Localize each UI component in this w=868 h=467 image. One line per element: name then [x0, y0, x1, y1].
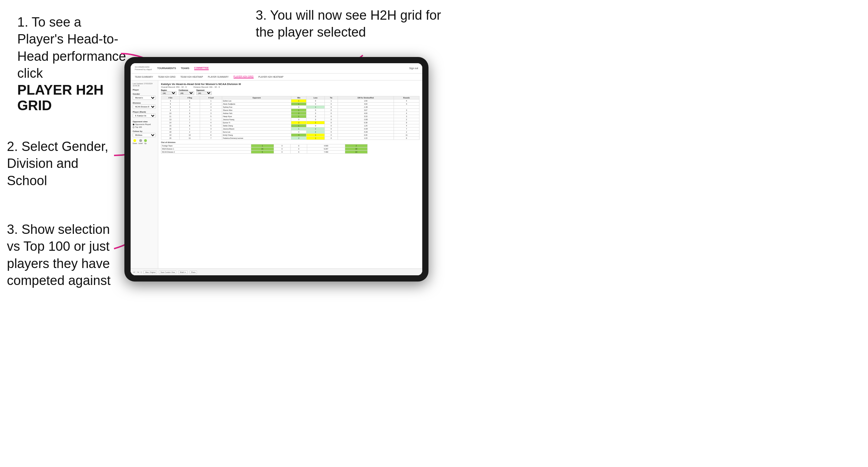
content-subtitle: Overall Record: 353 - 34 - 6 Division Re…	[161, 86, 419, 88]
toolbar-separator: |	[141, 271, 141, 273]
sidebar-timestamp: Last Updated: 27/03/2024 16:55:38	[133, 83, 156, 87]
filter-conference-select[interactable]: (All)	[179, 91, 194, 95]
bottom-toolbar: ↩ ↪ | View: Original Save Custom View Wa…	[131, 268, 422, 275]
radio-dot-1	[133, 124, 134, 125]
colour-legend: Down Level Up	[133, 139, 156, 144]
ood-table-row: NCAA Division 25007.40010	[161, 151, 368, 154]
sidebar-gender-section: Gender Women's	[133, 93, 156, 100]
sidebar: Last Updated: 27/03/2024 16:55:38 Player…	[131, 80, 158, 275]
sidebar-opponent-view-label: Opponent view	[133, 121, 156, 123]
toolbar-save-custom-btn[interactable]: Save Custom View	[159, 270, 176, 274]
sidebar-player-rank-section: Player (Rank) 8. Katelyn Vo	[133, 111, 156, 118]
nav-logo: SCOREBOARD Powered by clippd	[135, 66, 152, 70]
ood-table-row: NAIA Division 115009.26730	[161, 147, 368, 151]
table-row: 633Sydney Kuo010-1.00	[161, 106, 419, 109]
sidebar-radio-group: Opponents Played Top 100	[133, 123, 156, 128]
legend-circle-down	[133, 139, 136, 142]
legend-down: Down	[133, 139, 137, 144]
th-div: # Div	[161, 96, 180, 99]
instructions-block-3-bottom: 3. Show selection vs Top 100 or just pla…	[7, 221, 121, 289]
main-data-table: # Div # Reg # Conf Opponent Win Loss Tie…	[161, 96, 419, 140]
table-row: 1585Stella Cheng1001.254	[161, 124, 419, 127]
nav-tournaments[interactable]: TOURNAMENTS	[157, 67, 176, 69]
table-row: 1474Eunice Yi2200.389	[161, 121, 419, 124]
tablet: SCOREBOARD Powered by clippd TOURNAMENTS…	[124, 57, 428, 282]
legend-up: Up	[144, 139, 147, 144]
sub-nav-player-h2h-heatmap[interactable]: PLAYER H2H HEATMAP	[258, 76, 284, 78]
toolbar-view-original-btn[interactable]: View: Original	[143, 270, 157, 274]
sub-nav-team-summary[interactable]: TEAM SUMMARY	[135, 76, 153, 78]
filter-conference: Conference (All)	[179, 89, 194, 95]
sub-nav: TEAM SUMMARY TEAM H2H GRID TEAM H2H HEAT…	[131, 74, 422, 80]
toolbar-redo-btn[interactable]: ↪	[137, 271, 139, 273]
sidebar-gender-label: Gender	[133, 93, 156, 95]
nav-bar: SCOREBOARD Powered by clippd TOURNAMENTS…	[131, 63, 422, 74]
sidebar-division-section: Division NCAA Division III	[133, 102, 156, 109]
sidebar-division-select[interactable]: NCAA Division III	[133, 105, 156, 109]
table-row: 311Esther Lee1011.504	[161, 99, 419, 103]
toolbar-share-btn[interactable]: Share	[190, 270, 197, 274]
table-row: 20117Federica Domecq Lacroze2101.336	[161, 137, 419, 140]
th-reg: # Reg	[180, 96, 200, 99]
th-loss: Loss	[306, 96, 324, 99]
sidebar-opponent-view-section: Opponent view Opponents Played Top 100	[133, 121, 156, 128]
sidebar-player-rank-label: Player (Rank)	[133, 111, 156, 113]
sub-nav-team-h2h-grid[interactable]: TEAM H2H GRID	[158, 76, 176, 78]
table-row: 1822Euna Lee020-5.002	[161, 131, 419, 134]
th-rounds: Rounds	[394, 96, 419, 99]
tablet-screen: SCOREBOARD Powered by clippd TOURNAMENTS…	[131, 63, 422, 275]
instructions-block-3-top: 3. You will now see H2H grid for the pla…	[256, 7, 446, 41]
nav-links: TOURNAMENTS TEAMS COMMITTEE	[157, 67, 209, 70]
th-conf: # Conf	[200, 96, 222, 99]
table-row: 1125Heejo Hyun1003.333	[161, 115, 419, 118]
nav-committee[interactable]: COMMITTEE	[194, 67, 209, 70]
sidebar-division-label: Division	[133, 102, 156, 104]
radio-opponents-played[interactable]: Opponents Played	[133, 123, 156, 125]
radio-dot-2	[133, 126, 134, 128]
table-row: 522Alexis Sudjianto1004.003	[161, 103, 419, 106]
sidebar-player-section: Player	[133, 89, 156, 91]
sub-nav-team-h2h-heatmap[interactable]: TEAM H2H HEATMAP	[180, 76, 203, 78]
filter-row: Region (All) Conference (All)	[161, 89, 419, 95]
filter-region: Region (All)	[161, 89, 177, 95]
th-opponent: Opponent	[222, 96, 291, 99]
table-row: 1311Jessica Huang000-3.002	[161, 118, 419, 121]
radio-top-100[interactable]: Top 100	[133, 126, 156, 128]
sidebar-colour-label: Colour by	[133, 130, 156, 132]
nav-right: Sign out	[409, 67, 418, 69]
sidebar-player-rank-select[interactable]: 8. Katelyn Vo	[133, 114, 156, 118]
ood-table-row: Foreign Team1004.5002	[161, 144, 368, 147]
th-diff: Diff Av Strokes/Rnd	[338, 96, 394, 99]
sidebar-player-label: Player	[133, 89, 156, 91]
out-of-division-title: Out of division	[161, 141, 419, 143]
sidebar-colour-section: Colour by Win/loss	[133, 130, 156, 137]
table-row: 1063Andrea York2004.004	[161, 112, 419, 115]
content-title: Katelyn Vo Head-to-Head Grid for Women's…	[161, 83, 419, 86]
sidebar-colour-select[interactable]: Win/loss	[133, 133, 156, 137]
sidebar-gender-select[interactable]: Women's	[133, 96, 156, 100]
legend-circle-level	[139, 139, 142, 142]
sub-nav-player-summary[interactable]: PLAYER SUMMARY	[208, 76, 229, 78]
toolbar-watch-btn[interactable]: Watch ▾	[178, 270, 187, 274]
table-row: 19106Emily Chang4100.3011	[161, 134, 419, 137]
legend-level: Level	[139, 139, 143, 144]
sub-nav-player-h2h-grid[interactable]: PLAYER H2H GRID	[234, 75, 254, 78]
instructions-block-2: 2. Select Gender, Division and School	[7, 138, 121, 189]
table-row: 914Sharon Mun1003.673	[161, 109, 419, 112]
table-header-row: # Div # Reg # Conf Opponent Win Loss Tie…	[161, 96, 419, 99]
th-tie: Tie	[324, 96, 338, 99]
th-win: Win	[291, 96, 306, 99]
main-content: Last Updated: 27/03/2024 16:55:38 Player…	[131, 80, 422, 275]
out-of-division-table: Foreign Team1004.5002NAIA Division 11500…	[161, 144, 368, 154]
legend-circle-up	[144, 139, 147, 142]
content-area: Katelyn Vo Head-to-Head Grid for Women's…	[158, 80, 422, 275]
toolbar-undo-btn[interactable]: ↩	[133, 271, 135, 273]
filter-region-select[interactable]: (All)	[161, 91, 177, 95]
filter-opponent-select[interactable]: (All)	[196, 91, 212, 95]
filter-opponent: Opponent (All)	[196, 89, 212, 95]
instructions-block-1: 1. To see a Player's Head-to-Head perfor…	[7, 7, 138, 120]
nav-teams[interactable]: TEAMS	[181, 67, 189, 69]
table-row: 1613Jessica Mason120-0.947	[161, 127, 419, 131]
